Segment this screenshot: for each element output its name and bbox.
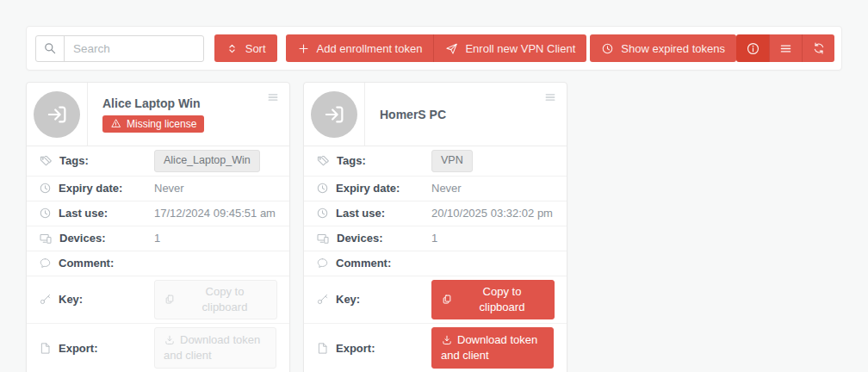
key-icon [316, 293, 329, 306]
row-comment: Comment: [304, 251, 567, 276]
card-title: HomerS PC [380, 108, 567, 121]
toolbar-icon-group [736, 34, 834, 62]
login-arrow-icon [46, 103, 68, 126]
expiry-date-value: Never [431, 180, 462, 197]
row-label-export: Export: [336, 342, 375, 355]
row-label-comment: Comment: [59, 257, 114, 270]
plus-icon [297, 42, 310, 55]
devices-icon [316, 232, 330, 245]
comment-icon [39, 257, 52, 270]
expiry-date-value: Never [154, 180, 184, 197]
sort-label: Sort [245, 42, 266, 55]
download-token-button: Download token and client [154, 327, 276, 369]
copy-to-clipboard-label: Copy to clipboard [459, 284, 545, 315]
card-header-main: HomerS PC [365, 83, 567, 146]
warning-triangle-icon [110, 118, 121, 129]
show-expired-tokens-label: Show expired tokens [621, 42, 725, 55]
clock-icon [39, 207, 52, 220]
row-expiry-date: Expiry date: Never [304, 177, 567, 202]
row-label-expiry: Expiry date: [59, 182, 122, 195]
info-icon [746, 41, 760, 56]
avatar [34, 91, 80, 138]
missing-license-badge: Missing license [102, 115, 204, 133]
card-header-main: Alice Laptop Win Missing license [88, 83, 289, 146]
clock-icon [39, 182, 52, 195]
row-export: Export: Download token and client [304, 324, 567, 372]
clock-icon [601, 42, 614, 55]
login-arrow-icon [323, 103, 345, 126]
row-expiry-date: Expiry date: Never [27, 177, 289, 202]
search-input[interactable] [65, 36, 203, 61]
row-key: Key: Copy to clipboard [304, 276, 567, 324]
card-title: Alice Laptop Win [102, 96, 289, 110]
info-button[interactable] [736, 34, 769, 62]
tag-chip: Alice_Laptop_Win [154, 150, 260, 172]
badge-label: Missing license [127, 118, 196, 130]
file-icon [39, 342, 52, 355]
refresh-button[interactable] [802, 34, 834, 62]
file-icon [316, 342, 329, 355]
download-token-label: Download token and client [164, 333, 260, 362]
sort-button[interactable]: Sort [214, 34, 277, 62]
row-label-comment: Comment: [336, 257, 391, 270]
row-label-export: Export: [59, 342, 98, 355]
avatar-cell [27, 83, 88, 146]
row-label-last-use: Last use: [336, 207, 385, 220]
copy-to-clipboard-label: Copy to clipboard [182, 284, 268, 315]
row-devices: Devices: 1 [27, 226, 289, 251]
devices-icon [39, 232, 53, 245]
tag-icon [39, 154, 53, 168]
row-last-use: Last use: 20/10/2025 03:32:02 pm [304, 202, 567, 226]
download-token-button[interactable]: Download token and client [431, 327, 554, 369]
card-menu-icon[interactable] [542, 89, 559, 106]
add-enrollment-token-button[interactable]: Add enrollment token [286, 34, 434, 62]
search-box [35, 35, 204, 62]
tag-chip: VPN [431, 150, 473, 172]
avatar [311, 91, 357, 138]
key-icon [39, 293, 52, 306]
download-token-label: Download token and client [441, 333, 537, 362]
clock-icon [316, 207, 329, 220]
show-expired-tokens-button[interactable]: Show expired tokens [590, 34, 736, 62]
row-last-use: Last use: 17/12/2024 09:45:51 am [27, 202, 289, 226]
comment-icon [316, 257, 329, 270]
row-label-tags: Tags: [59, 154, 89, 167]
clock-icon [316, 182, 329, 195]
search-icon [36, 36, 65, 61]
row-tags: Tags: VPN [304, 146, 567, 177]
row-label-tags: Tags: [337, 154, 366, 167]
token-actions-group: Add enrollment token Enroll new VPN Clie… [286, 34, 587, 62]
row-label-expiry: Expiry date: [336, 182, 400, 195]
card-menu-icon[interactable] [264, 89, 282, 106]
client-card-homers-pc: HomerS PC Tags: VPN Expiry date: Never L… [303, 82, 567, 372]
menu-button[interactable] [769, 34, 802, 62]
enroll-vpn-client-button[interactable]: Enroll new VPN Client [433, 34, 586, 62]
row-label-key: Key: [336, 293, 360, 306]
copy-icon [441, 294, 453, 306]
menu-bars-icon [778, 41, 793, 56]
last-use-value: 20/10/2025 03:32:02 pm [431, 205, 553, 222]
paper-plane-icon [445, 42, 458, 55]
row-label-last-use: Last use: [59, 207, 108, 220]
row-devices: Devices: 1 [304, 226, 567, 251]
client-card-alice-laptop-win: Alice Laptop Win Missing license Tags: A… [26, 82, 290, 372]
row-tags: Tags: Alice_Laptop_Win [27, 146, 289, 177]
row-export: Export: Download token and client [27, 324, 289, 372]
card-header: Alice Laptop Win Missing license [27, 83, 289, 146]
last-use-value: 17/12/2024 09:45:51 am [154, 205, 276, 222]
row-label-key: Key: [59, 293, 83, 306]
avatar-cell [304, 83, 365, 146]
card-header: HomerS PC [304, 83, 567, 146]
copy-icon [164, 294, 176, 306]
copy-to-clipboard-button: Copy to clipboard [154, 280, 277, 319]
row-key: Key: Copy to clipboard [27, 276, 289, 324]
toolbar: Sort Add enrollment token Enroll new VPN… [26, 26, 842, 71]
copy-to-clipboard-button[interactable]: Copy to clipboard [431, 280, 555, 319]
sort-icon [226, 42, 239, 55]
row-label-devices: Devices: [337, 232, 382, 245]
add-enrollment-token-label: Add enrollment token [317, 42, 423, 55]
refresh-icon [812, 41, 826, 55]
row-label-devices: Devices: [59, 232, 105, 245]
client-cards: Alice Laptop Win Missing license Tags: A… [26, 82, 567, 372]
row-comment: Comment: [27, 251, 289, 276]
